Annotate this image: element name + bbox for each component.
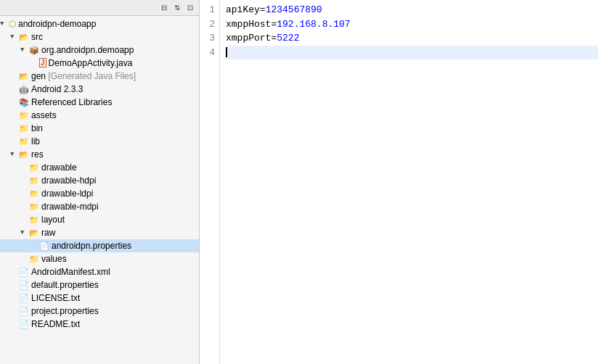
toggle-placeholder — [10, 268, 19, 276]
file-icon: 📁 — [29, 255, 39, 264]
code-equals: = — [260, 3, 266, 17]
tree-item-drawable-mdpi[interactable]: 📁drawable-mdpi — [0, 200, 199, 213]
code-key: xmppPort — [226, 31, 271, 46]
line-number-4: 4 — [205, 46, 215, 60]
tree-item-label: drawable-mdpi — [41, 202, 99, 212]
line-numbers: 1234 — [200, 0, 220, 364]
tree-item-label: drawable — [41, 162, 77, 173]
tree-item-label: LICENSE.txt — [31, 293, 80, 303]
tree-item-project-properties[interactable]: 📄project.properties — [0, 305, 199, 318]
code-area[interactable]: apiKey=1234567890xmppHost=192.168.8.107x… — [220, 0, 604, 364]
file-tree: ⊟ ⇅ ⊡ ▼⬡androidpn-demoapp▼📂src▼📦org.andr… — [0, 0, 200, 364]
code-equals: = — [271, 17, 277, 32]
toggle-placeholder — [30, 59, 39, 67]
tree-content: ▼⬡androidpn-demoapp▼📂src▼📦org.androidpn.… — [0, 16, 199, 364]
code-line-1: apiKey=1234567890 — [226, 3, 598, 17]
link-editor-button[interactable]: ⇅ — [171, 2, 183, 14]
file-icon: 📄 — [19, 281, 29, 290]
tree-item-layout[interactable]: 📁layout — [0, 213, 199, 226]
tree-item-label: AndroidManifest.xml — [31, 267, 110, 277]
file-icon: 📂 — [19, 33, 29, 42]
toggle-icon[interactable]: ▼ — [20, 229, 29, 236]
tree-item-values[interactable]: 📁values — [0, 252, 199, 265]
tree-item-label: Android 2.3.3 — [31, 84, 83, 94]
toggle-placeholder — [10, 294, 19, 302]
collapse-all-button[interactable]: ⊟ — [158, 2, 170, 14]
file-icon: 📂 — [19, 150, 29, 160]
tree-item-Android-2-3-3[interactable]: 🤖Android 2.3.3 — [0, 83, 199, 96]
tree-item-label: res — [31, 149, 44, 160]
file-icon: 📄 — [19, 320, 29, 329]
tree-item-label: lib — [31, 136, 40, 146]
tree-item-drawable[interactable]: 📁drawable — [0, 161, 199, 174]
editor-content: 1234 apiKey=1234567890xmppHost=192.168.8… — [200, 0, 604, 364]
toggle-placeholder — [20, 164, 29, 171]
tree-item-label: org.androidpn.demoapp — [41, 45, 134, 55]
tree-item-assets[interactable]: 📁assets — [0, 109, 199, 122]
file-icon: 📄 — [19, 268, 29, 277]
toggle-placeholder — [10, 125, 19, 132]
file-icon: 📁 — [19, 124, 29, 133]
tree-item-label: drawable-ldpi — [41, 189, 93, 199]
file-icon: 🤖 — [19, 85, 29, 94]
line-number-2: 2 — [205, 17, 215, 32]
code-line-4 — [226, 46, 598, 60]
tree-item-bin[interactable]: 📁bin — [0, 122, 199, 135]
tree-item-Referenced-Libraries[interactable]: 📚Referenced Libraries — [0, 96, 199, 109]
tree-item-DemoAppActivity-java[interactable]: JDemoAppActivity.java — [0, 57, 199, 70]
tree-item-label: bin — [31, 123, 43, 133]
generated-label: [Generated Java Files] — [48, 71, 136, 81]
tree-item-org-androidpn-demoapp[interactable]: ▼📦org.androidpn.demoapp — [0, 44, 199, 57]
code-value: 192.168.8.107 — [277, 17, 350, 32]
tree-item-label: gen [Generated Java Files] — [31, 71, 136, 81]
tree-item-drawable-ldpi[interactable]: 📁drawable-ldpi — [0, 187, 199, 200]
toggle-placeholder — [10, 320, 19, 328]
toggle-icon[interactable]: ▼ — [10, 33, 19, 41]
tree-item-src[interactable]: ▼📂src — [0, 30, 199, 44]
editor-panel: 1234 apiKey=1234567890xmppHost=192.168.8… — [200, 0, 604, 364]
toggle-placeholder — [20, 190, 29, 197]
file-icon: 📚 — [19, 98, 29, 107]
tree-item-androidpn-demoapp[interactable]: ▼⬡androidpn-demoapp — [0, 17, 199, 30]
toggle-placeholder — [10, 73, 19, 80]
code-key: apiKey — [226, 3, 260, 17]
code-line-2: xmppHost=192.168.8.107 — [226, 17, 598, 32]
toggle-placeholder — [10, 138, 19, 145]
tree-item-gen[interactable]: 📂gen [Generated Java Files] — [0, 70, 199, 83]
tree-item-androidpn-properties[interactable]: 📄androidpn.properties — [0, 239, 199, 252]
tree-item-label: values — [41, 254, 67, 264]
tree-item-label: raw — [41, 228, 55, 238]
code-value: 5222 — [277, 31, 299, 46]
tree-item-AndroidManifest-xml[interactable]: 📄AndroidManifest.xml — [0, 265, 199, 278]
file-icon: 📄 — [19, 294, 29, 303]
file-icon: 📄 — [39, 241, 49, 251]
tree-item-lib[interactable]: 📁lib — [0, 135, 199, 148]
toggle-placeholder — [10, 86, 19, 93]
code-key: xmppHost — [226, 17, 271, 32]
tree-item-label: assets — [31, 110, 57, 120]
view-menu-button[interactable]: ⊡ — [184, 2, 196, 14]
toggle-placeholder — [10, 99, 19, 106]
tree-item-raw[interactable]: ▼📂raw — [0, 226, 199, 239]
tree-item-LICENSE-txt[interactable]: 📄LICENSE.txt — [0, 291, 199, 305]
toggle-placeholder — [20, 177, 29, 184]
toggle-icon[interactable]: ▼ — [0, 20, 9, 28]
tree-item-label: androidpn-demoapp — [18, 19, 96, 29]
tree-item-res[interactable]: ▼📂res — [0, 148, 199, 161]
tree-item-README-txt[interactable]: 📄README.txt — [0, 318, 199, 331]
toggle-icon[interactable]: ▼ — [10, 151, 19, 158]
file-icon: ⬡ — [9, 19, 16, 30]
tree-item-label: default.properties — [31, 280, 99, 290]
file-icon: 📁 — [29, 215, 39, 225]
file-icon: 📁 — [19, 137, 29, 146]
tree-item-label: drawable-hdpi — [41, 175, 96, 186]
file-icon: 📁 — [29, 189, 39, 199]
code-value: 1234567890 — [266, 3, 322, 17]
file-icon: J — [39, 59, 46, 67]
file-icon: 📂 — [19, 72, 29, 81]
tree-toolbar: ⊟ ⇅ ⊡ — [0, 0, 199, 16]
toggle-placeholder — [10, 112, 19, 119]
tree-item-default-properties[interactable]: 📄default.properties — [0, 278, 199, 291]
tree-item-drawable-hdpi[interactable]: 📁drawable-hdpi — [0, 174, 199, 187]
toggle-icon[interactable]: ▼ — [20, 46, 29, 54]
